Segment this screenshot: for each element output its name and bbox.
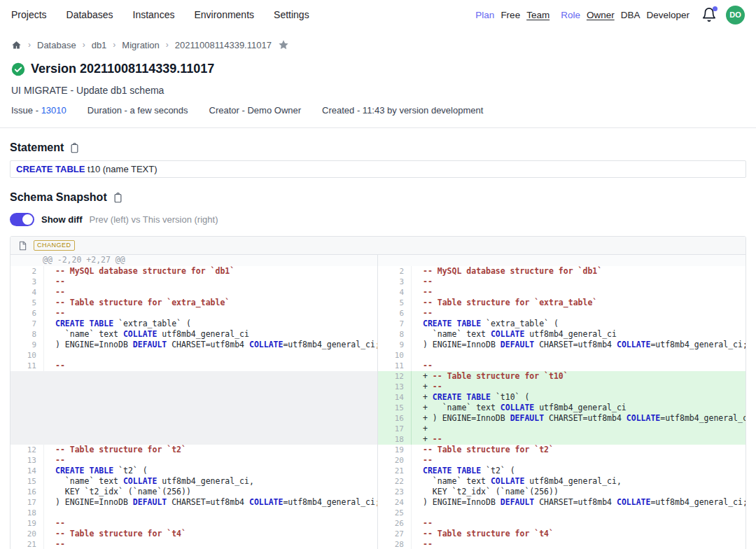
line-number: 15 <box>10 476 44 487</box>
code-text: -- <box>412 277 746 287</box>
code-text: -- <box>44 518 377 529</box>
line-number: 3 <box>378 277 412 287</box>
diff-context-line: 25 <box>378 508 746 518</box>
nav-item-environments[interactable]: Environments <box>194 9 254 20</box>
show-diff-label: Show diff <box>41 214 83 225</box>
statement-heading: Statement <box>10 141 64 154</box>
home-icon[interactable] <box>11 40 22 50</box>
line-number: 22 <box>378 476 412 487</box>
line-number: 19 <box>378 445 412 455</box>
code-text: ) ENGINE=InnoDB DEFAULT CHARSET=utf8mb4 … <box>412 340 746 350</box>
code-text: -- <box>412 287 746 298</box>
code-text: -- Table structure for `extra_table` <box>44 298 377 308</box>
nav-item-databases[interactable]: Databases <box>66 9 113 20</box>
code-text: -- <box>44 455 377 466</box>
toggle-knob <box>22 214 33 225</box>
diff-context-line: 22 `name` text COLLATE utf8mb4_general_c… <box>378 476 746 487</box>
diff-context-line: 10 <box>378 350 746 361</box>
plan-label[interactable]: Plan <box>475 10 494 20</box>
line-number: 11 <box>10 361 44 371</box>
role-owner[interactable]: Owner <box>587 10 615 20</box>
diff-context-line: 11-- <box>378 361 746 371</box>
diff-header: CHANGED <box>10 237 746 255</box>
role-dba[interactable]: DBA <box>621 10 640 20</box>
diff-context-line: 6-- <box>378 308 746 319</box>
notification-bell-icon[interactable] <box>701 7 717 22</box>
nav-item-instances[interactable]: Instances <box>133 9 175 20</box>
diff-context-line: 18 <box>10 508 377 518</box>
line-number: 6 <box>378 308 412 319</box>
diff-context-line: 27-- Table structure for `t4` <box>378 529 746 539</box>
line-number: 26 <box>378 518 412 529</box>
meta-duration: Duration - a few seconds <box>88 105 188 116</box>
code-text: `name` text COLLATE utf8mb4_general_ci <box>412 329 746 340</box>
diff-placeholder-line <box>10 413 377 424</box>
line-number: 14 <box>10 466 44 476</box>
user-avatar[interactable]: DO <box>726 6 745 25</box>
line-number: 3 <box>10 277 44 287</box>
issue-link[interactable]: 13010 <box>41 105 66 116</box>
code-text: -- <box>412 308 746 319</box>
copy-statement-icon[interactable] <box>69 143 80 153</box>
code-text: -- <box>412 539 746 549</box>
diff-added-line: 16+ ) ENGINE=InnoDB DEFAULT CHARSET=utf8… <box>378 413 746 424</box>
code-text: + ) ENGINE=InnoDB DEFAULT CHARSET=utf8mb… <box>412 413 746 424</box>
line-number: 15 <box>378 403 412 413</box>
meta-created: Created - 11:43 by version development <box>322 105 483 116</box>
diff-context-line: 4-- <box>378 287 746 298</box>
breadcrumb-separator: › <box>28 40 31 50</box>
diff-added-line: 15+ `name` text COLLATE utf8mb4_general_… <box>378 403 746 413</box>
line-number: 17 <box>10 497 44 508</box>
line-number: 20 <box>378 455 412 466</box>
line-number: 10 <box>10 350 44 361</box>
diff-added-line: 18+ -- <box>378 434 746 445</box>
code-text: `name` text COLLATE utf8mb4_general_ci <box>44 329 377 340</box>
code-text: ) ENGINE=InnoDB DEFAULT CHARSET=utf8mb4 … <box>44 340 377 350</box>
plan-upgrade-link[interactable]: Team <box>526 10 550 20</box>
nav-item-settings[interactable]: Settings <box>274 9 309 20</box>
code-text <box>44 508 377 518</box>
diff-pane-right: 2-- MySQL database structure for `db1`3-… <box>378 255 746 549</box>
code-text: CREATE TABLE `extra_table` ( <box>44 319 377 329</box>
code-text: -- Table structure for `t2` <box>412 445 746 455</box>
breadcrumb-separator: › <box>113 40 115 50</box>
diff-context-line: 21CREATE TABLE `t2` ( <box>378 466 746 476</box>
diff-context-line: 26-- <box>378 518 746 529</box>
diff-context-line: 9) ENGINE=InnoDB DEFAULT CHARSET=utf8mb4… <box>378 340 746 350</box>
breadcrumb-item[interactable]: Migration <box>122 40 159 50</box>
role-label[interactable]: Role <box>561 10 580 20</box>
diff-context-line: 20-- Table structure for `t4` <box>10 529 377 539</box>
issue-label: Issue - <box>11 105 41 116</box>
top-nav: ProjectsDatabasesInstancesEnvironmentsSe… <box>0 0 756 29</box>
diff-context-line: 19-- Table structure for `t2` <box>378 445 746 455</box>
code-text: + -- <box>412 434 746 445</box>
copy-snapshot-icon[interactable] <box>113 193 123 203</box>
file-icon <box>18 241 27 251</box>
role-developer[interactable]: Developer <box>646 10 690 20</box>
breadcrumb-item[interactable]: 20211008114339.11017 <box>175 40 272 50</box>
line-number: 13 <box>378 382 412 392</box>
line-number: 16 <box>10 487 44 497</box>
show-diff-toggle[interactable] <box>10 213 34 226</box>
breadcrumb-item[interactable]: db1 <box>92 40 107 50</box>
notification-dot <box>713 6 718 11</box>
show-diff-toggle-row: Show diff Prev (left) vs This version (r… <box>10 213 746 226</box>
line-number: 2 <box>378 266 412 277</box>
diff-context-line: 15 `name` text COLLATE utf8mb4_general_c… <box>10 476 377 487</box>
favorite-star-icon[interactable] <box>278 39 289 50</box>
diff-context-line: 12-- Table structure for `t2` <box>10 445 377 455</box>
line-number: 12 <box>378 371 412 382</box>
code-text <box>412 508 746 518</box>
code-text: -- MySQL database structure for `db1` <box>44 266 377 277</box>
line-number: 21 <box>10 539 44 549</box>
diff-context-line: 7CREATE TABLE `extra_table` ( <box>10 319 377 329</box>
nav-item-projects[interactable]: Projects <box>11 9 47 20</box>
line-number: 8 <box>10 329 44 340</box>
section-divider <box>0 127 756 128</box>
diff-context-line: 8 `name` text COLLATE utf8mb4_general_ci <box>10 329 377 340</box>
line-number: 5 <box>378 298 412 308</box>
line-number: 10 <box>378 350 412 361</box>
breadcrumb-item[interactable]: Database <box>37 40 76 50</box>
code-text: ) ENGINE=InnoDB DEFAULT CHARSET=utf8mb4 … <box>44 497 377 508</box>
line-number: 21 <box>378 466 412 476</box>
